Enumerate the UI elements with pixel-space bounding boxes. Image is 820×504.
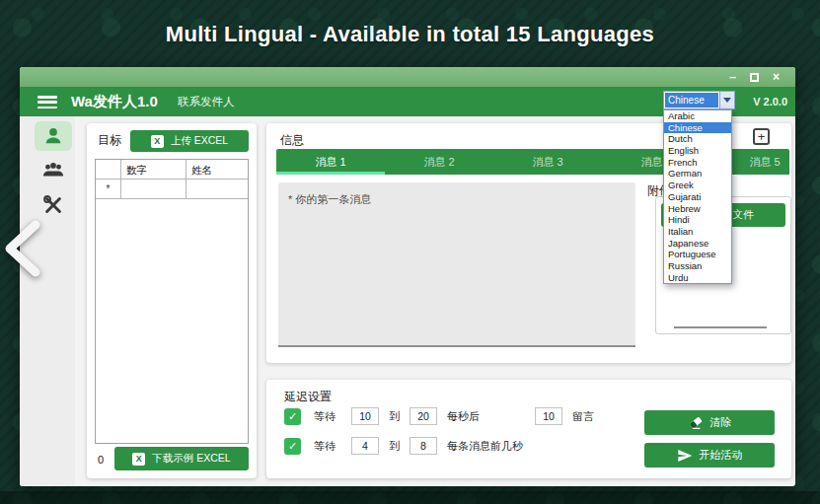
table-header-row: 数字 姓名 bbox=[96, 160, 248, 180]
chevron-down-icon[interactable] bbox=[719, 92, 734, 108]
contact-sender-link[interactable]: 联系发件人 bbox=[178, 87, 235, 116]
icon-sidebar bbox=[20, 116, 75, 486]
eraser-icon bbox=[688, 415, 704, 431]
delay-title: 延迟设置 bbox=[284, 389, 332, 405]
language-option[interactable]: English bbox=[664, 145, 731, 157]
contacts-table[interactable]: 数字 姓名 * bbox=[95, 159, 249, 444]
language-dropdown-list: Arabic Chinese Dutch English French Germ… bbox=[663, 109, 732, 284]
upload-excel-button[interactable]: X 上传 EXCEL bbox=[130, 130, 249, 152]
column-number: 数字 bbox=[121, 160, 186, 180]
to-label: 到 bbox=[389, 439, 400, 454]
version-label: V 2.0.0 bbox=[753, 87, 787, 116]
tools-icon bbox=[42, 194, 64, 216]
banner-title: Multi Lingual - Available in total 15 La… bbox=[0, 22, 820, 47]
delay-settings-panel: 延迟设置 等待 到 每秒后 留言 等待 到 每条消息前几秒 bbox=[266, 380, 791, 478]
download-sample-excel-button[interactable]: X 下载示例 EXCEL bbox=[114, 447, 249, 470]
language-option[interactable]: German bbox=[664, 168, 731, 180]
minimize-icon[interactable]: – bbox=[729, 72, 736, 82]
people-icon bbox=[41, 159, 65, 180]
sidebar-item-groups[interactable] bbox=[39, 158, 67, 181]
tab-message-1[interactable]: 消息 1 bbox=[276, 149, 385, 175]
wait-label: 等待 bbox=[314, 439, 335, 454]
clear-button[interactable]: 清除 bbox=[644, 410, 775, 435]
wait-to-input[interactable] bbox=[410, 407, 437, 425]
chevron-left-icon bbox=[0, 219, 49, 278]
message-count-input[interactable] bbox=[535, 407, 562, 425]
wait-from-input-2[interactable] bbox=[351, 437, 379, 455]
language-option[interactable]: French bbox=[664, 157, 731, 169]
sidebar-item-tools[interactable] bbox=[39, 193, 67, 217]
window-titlebar: – × bbox=[20, 67, 795, 87]
start-label: 开始活动 bbox=[700, 448, 743, 463]
language-option[interactable]: Urdu bbox=[664, 272, 731, 284]
seconds-before-message-label: 每条消息前几秒 bbox=[447, 439, 523, 454]
name-cell[interactable] bbox=[186, 180, 248, 199]
add-message-tab-button[interactable]: + bbox=[753, 128, 770, 145]
delay-row-2: 等待 到 每条消息前几秒 bbox=[284, 437, 523, 455]
sidebar-item-contacts[interactable] bbox=[35, 121, 72, 151]
maximize-icon[interactable] bbox=[750, 73, 759, 82]
language-option[interactable]: Portuguese bbox=[664, 249, 731, 260]
collapse-panel-handle[interactable] bbox=[0, 219, 49, 278]
language-option[interactable]: Dutch bbox=[664, 133, 731, 145]
column-name: 姓名 bbox=[186, 160, 248, 180]
person-icon bbox=[42, 125, 64, 147]
app-window: – × Wa发件人1.0 联系发件人 V 2.0.0 Chinese Arabi… bbox=[20, 67, 795, 486]
download-sample-label: 下载示例 EXCEL bbox=[152, 452, 230, 466]
excel-icon: X bbox=[132, 453, 145, 466]
start-campaign-button[interactable]: 开始活动 bbox=[644, 443, 775, 468]
per-second-label: 每秒后 bbox=[447, 409, 480, 424]
tab-message-2[interactable]: 消息 2 bbox=[385, 149, 493, 175]
language-option[interactable]: Arabic bbox=[664, 110, 731, 122]
language-option[interactable]: Japanese bbox=[664, 238, 731, 250]
clear-label: 清除 bbox=[710, 415, 732, 430]
to-label: 到 bbox=[389, 409, 400, 424]
language-option[interactable]: Hindi bbox=[664, 214, 731, 226]
hamburger-menu-icon[interactable] bbox=[37, 96, 57, 108]
language-option[interactable]: Greek bbox=[664, 180, 731, 191]
leave-message-label: 留言 bbox=[572, 409, 594, 424]
wait-from-input[interactable] bbox=[351, 407, 379, 425]
tab-message-3[interactable]: 消息 3 bbox=[493, 149, 602, 175]
language-option[interactable]: Hebrew bbox=[664, 203, 731, 215]
language-select[interactable]: Chinese bbox=[663, 91, 735, 109]
send-icon bbox=[677, 448, 693, 464]
checkbox-checked-icon[interactable] bbox=[284, 408, 301, 425]
language-option-selected[interactable]: Chinese bbox=[664, 122, 731, 134]
table-row[interactable]: * bbox=[96, 180, 248, 199]
target-panel: 目标 X 上传 EXCEL 数字 姓名 * 0 X 下载示例 EXCEL bbox=[87, 123, 257, 478]
wait-to-input-2[interactable] bbox=[410, 437, 437, 455]
excel-icon: X bbox=[151, 135, 164, 148]
bottom-shadow-strip bbox=[0, 491, 820, 504]
upload-excel-label: 上传 EXCEL bbox=[171, 134, 228, 148]
language-selected-value: Chinese bbox=[665, 93, 718, 108]
attachment-scrollbar[interactable] bbox=[674, 326, 767, 328]
target-title: 目标 bbox=[98, 132, 121, 149]
number-cell[interactable] bbox=[121, 180, 186, 199]
delay-row-1: 等待 到 每秒后 留言 bbox=[284, 407, 594, 425]
row-marker: * bbox=[96, 180, 121, 199]
contact-count: 0 bbox=[98, 454, 104, 466]
wait-label: 等待 bbox=[314, 409, 335, 424]
message-textarea[interactable]: * 你的第一条消息 bbox=[278, 182, 635, 347]
language-option[interactable]: Russian bbox=[664, 260, 731, 272]
app-title: Wa发件人1.0 bbox=[71, 87, 158, 116]
close-icon[interactable]: × bbox=[773, 70, 780, 84]
message-title: 信息 bbox=[280, 132, 304, 149]
checkbox-checked-icon[interactable] bbox=[284, 438, 301, 455]
language-option[interactable]: Gujarati bbox=[664, 191, 731, 203]
language-option[interactable]: Italian bbox=[664, 226, 731, 238]
